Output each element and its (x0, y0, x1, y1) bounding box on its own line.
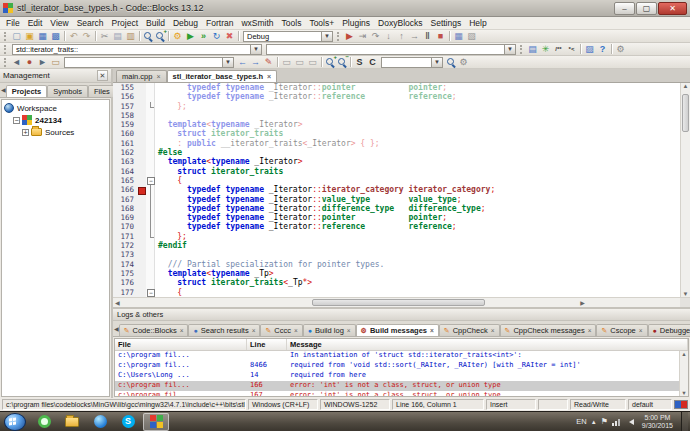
run-to-cursor-icon[interactable]: ⇥ (356, 30, 369, 42)
find-icon[interactable] (142, 30, 154, 42)
break-debugger-icon[interactable]: ‖ (421, 30, 434, 42)
menu-tools-[interactable]: Tools+ (305, 17, 338, 30)
close-tab-icon[interactable]: × (252, 327, 256, 334)
new-file-icon[interactable]: ▢ (10, 30, 23, 42)
menu-view[interactable]: View (46, 17, 72, 30)
chevron-down-icon[interactable]: ▼ (250, 45, 261, 54)
rebuild-icon[interactable]: ↻ (210, 30, 223, 42)
tab-symbols[interactable]: Symbols (47, 85, 88, 97)
taskbar-app-orb[interactable] (87, 413, 113, 431)
browse-next-icon[interactable]: ► (36, 56, 49, 68)
doxy-help-icon[interactable]: ? (596, 43, 609, 55)
close-tab-icon[interactable]: × (430, 327, 434, 334)
chevron-down-icon[interactable]: ▼ (431, 58, 442, 67)
toolbar-grip[interactable] (4, 45, 8, 54)
close-tab-icon[interactable]: × (294, 327, 298, 334)
close-tab-icon[interactable]: × (156, 73, 160, 80)
doxy-run-icon[interactable]: ✳ (539, 43, 552, 55)
debug-info-icon[interactable]: ▧ (465, 30, 478, 42)
toolbar-grip[interactable] (337, 32, 341, 41)
menu-file[interactable]: File (2, 17, 24, 30)
paste-icon[interactable]: ▥ (124, 30, 137, 42)
menu-plugins[interactable]: Plugins (338, 17, 374, 30)
menu-fortran[interactable]: Fortran (202, 17, 237, 30)
tree-item-workspace[interactable]: Workspace (2, 102, 109, 114)
collapse-icon[interactable]: − (13, 117, 20, 124)
close-management-icon[interactable]: ✕ (97, 70, 108, 81)
build-message-row[interactable]: c:\program fil...167error: 'int' is not … (115, 391, 688, 397)
menu-search[interactable]: Search (73, 17, 108, 30)
zoom-out-icon[interactable]: − (336, 56, 348, 68)
column-header-message[interactable]: Message (287, 339, 688, 350)
open-file-icon[interactable]: ▣ (23, 30, 36, 42)
view-mode-3-icon[interactable]: ▭ (306, 56, 319, 68)
menu-tools[interactable]: Tools (278, 17, 306, 30)
language-indicator[interactable]: EN (576, 417, 586, 426)
scroll-left-icon[interactable]: ◀ (113, 299, 122, 306)
toolbar-grip[interactable] (4, 32, 8, 41)
maximize-button[interactable]: ▢ (636, 2, 657, 15)
tree-item-242134[interactable]: −242134 (2, 114, 109, 126)
menu-settings[interactable]: Settings (427, 17, 466, 30)
redo-icon[interactable]: ↷ (80, 30, 93, 42)
doxy-settings-icon[interactable]: ⚙ (614, 43, 627, 55)
column-header-file[interactable]: File (115, 339, 247, 350)
debug-continue-icon[interactable]: ▶ (343, 30, 356, 42)
show-desktop-button[interactable] (681, 412, 688, 431)
symbol-search-icon[interactable] (445, 56, 457, 68)
search-prev-icon[interactable]: ← (236, 56, 249, 68)
logs-vertical-scrollbar[interactable]: ▲▼ (679, 351, 688, 396)
close-tab-icon[interactable]: × (267, 73, 271, 80)
action-center-flag-icon[interactable]: ⚑ (601, 417, 608, 426)
thesaurus-icon[interactable]: C (366, 56, 379, 68)
toolbar-grip[interactable] (520, 45, 524, 54)
close-tab-icon[interactable]: × (347, 327, 351, 334)
taskbar-clock[interactable]: 5:00 PM 9/30/2015 (638, 414, 677, 430)
speaker-icon[interactable] (626, 419, 634, 425)
view-mode-2-icon[interactable]: ▭ (293, 56, 306, 68)
undo-icon[interactable]: ↶ (67, 30, 80, 42)
close-button[interactable]: ✕ (658, 2, 687, 15)
chevron-down-icon[interactable]: ▼ (222, 58, 233, 67)
network-icon[interactable] (612, 418, 622, 426)
close-tab-icon[interactable]: × (180, 327, 184, 334)
close-tab-icon[interactable]: × (491, 327, 495, 334)
editor-tab-stl-iterator-base-types-h[interactable]: stl_iterator_base_types.h× (167, 70, 278, 82)
log-tab-cccc[interactable]: ✎Cccc× (260, 324, 302, 336)
scroll-up-icon[interactable]: ▲ (681, 83, 690, 89)
tab-files[interactable]: Files (88, 85, 116, 97)
abort-icon[interactable]: ✖ (223, 30, 236, 42)
cut-icon[interactable]: ✂ (98, 30, 111, 42)
save-all-icon[interactable]: ▩ (49, 30, 62, 42)
tabs-scroll-left-icon[interactable]: ◀ (114, 323, 119, 336)
stop-debugger-icon[interactable]: ■ (434, 30, 447, 42)
doxy-view-icon[interactable]: ▨ (583, 43, 596, 55)
scope-combo[interactable]: ▼ (266, 44, 516, 55)
next-instruction-icon[interactable]: → (408, 30, 421, 42)
log-tab-cppcheck-messages[interactable]: ✎CppCheck messages× (500, 324, 597, 336)
log-tab-cppcheck[interactable]: ✎CppCheck× (439, 324, 500, 336)
build-icon[interactable]: ⚙ (171, 30, 184, 42)
log-tab-search-results[interactable]: ●Search results× (188, 324, 260, 336)
editor-horizontal-scrollbar[interactable]: ◀ ▶ (113, 297, 690, 307)
taskbar-codeblocks[interactable] (143, 413, 169, 431)
zoom-in-icon[interactable]: + (324, 56, 336, 68)
search-next-icon[interactable]: → (249, 56, 262, 68)
expand-icon[interactable]: + (22, 129, 29, 136)
taskbar-explorer[interactable] (59, 413, 85, 431)
tab-projects[interactable]: Projects (6, 85, 48, 97)
log-tab-debugger[interactable]: ●Debugger (648, 324, 690, 336)
close-tab-icon[interactable]: × (639, 327, 643, 334)
taskbar-app-ring[interactable] (31, 413, 57, 431)
log-tab-code-blocks[interactable]: ✎Code::Blocks× (119, 324, 189, 336)
doxy-block-comment-icon[interactable]: /** (552, 43, 565, 55)
scrollbar-thumb[interactable] (682, 94, 689, 133)
build-message-row[interactable]: c:\program fil...8466required from 'void… (115, 361, 688, 371)
toolbar-grip[interactable] (4, 58, 8, 67)
hidden-icons-chevron-icon[interactable]: ▲ (591, 419, 597, 425)
editor-vertical-scrollbar[interactable]: ▲ ▼ (680, 83, 690, 297)
doxy-line-comment-icon[interactable]: *< (565, 43, 578, 55)
symbol-combo[interactable]: std::iterator_traits:: ▼ (12, 44, 262, 55)
start-button[interactable] (4, 413, 26, 431)
menu-project[interactable]: Project (108, 17, 142, 30)
